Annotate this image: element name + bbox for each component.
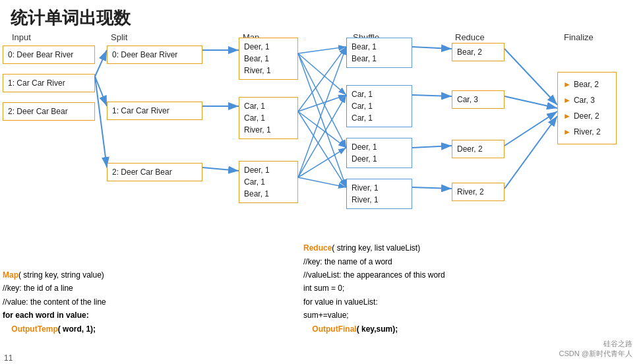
reduce-line4: for value in valueList: [303, 295, 607, 309]
map-line4: OutputTemp( word, 1); [3, 322, 319, 336]
svg-line-9 [298, 53, 346, 148]
diagram-area: Input Split Map Shuffle Reduce Finalize … [0, 32, 643, 336]
col-finalize: Finalize [564, 32, 594, 42]
reduce-box-1: Car, 3 [452, 90, 505, 109]
map-line2: //value: the content of the line [3, 295, 319, 309]
bottom-text-area: Map( string key, string value) //key: th… [3, 268, 319, 336]
svg-line-17 [298, 148, 346, 177]
reduce-box-3: River, 2 [452, 183, 505, 201]
svg-line-10 [298, 53, 346, 187]
col-reduce: Reduce [455, 32, 485, 42]
svg-line-25 [505, 111, 557, 146]
map-box-0: Deer, 1Bear, 1River, 1 [239, 38, 298, 80]
finalize-box: ► Bear, 2 ► Car, 3 ► Deer, 2 ► River, 2 [557, 72, 617, 144]
svg-line-3 [95, 76, 107, 167]
watermark: 硅谷之路 CSDN @新时代青年人 [559, 339, 632, 359]
svg-line-21 [412, 146, 452, 148]
reduce-line2: //valueList: the appearances of this wor… [303, 268, 607, 282]
svg-line-14 [298, 111, 346, 187]
shuffle-box-2: Deer, 1Deer, 1 [346, 138, 412, 168]
col-split: Split [111, 32, 127, 42]
svg-line-24 [505, 96, 557, 108]
svg-line-6 [202, 167, 239, 171]
reduce-line1: //key: the name of a word [303, 255, 607, 268]
map-func-signature: Map( string key, string value) [3, 268, 319, 282]
input-box-1: 1: Car Car River [3, 74, 95, 92]
svg-line-13 [298, 111, 346, 148]
svg-line-19 [412, 47, 452, 49]
reduce-line3: int sum = 0; [303, 282, 607, 295]
shuffle-box-3: River, 1River, 1 [346, 179, 412, 209]
col-input: Input [12, 32, 31, 42]
shuffle-box-1: Car, 1Car, 1Car, 1 [346, 85, 412, 127]
reduce-line5: sum+=value; [303, 309, 607, 322]
input-box-0: 0: Deer Bear River [3, 46, 95, 64]
split-box-0: 0: Deer Bear River [107, 46, 202, 64]
map-box-1: Car, 1Car, 1River, 1 [239, 97, 298, 139]
reduce-func-signature: Reduce( string key, list valueList) [303, 241, 607, 255]
svg-line-18 [298, 177, 346, 187]
reduce-box-2: Deer, 2 [452, 140, 505, 158]
svg-line-7 [298, 47, 346, 53]
svg-line-11 [298, 47, 346, 111]
map-line1: //key: the id of a line [3, 282, 319, 295]
svg-line-20 [412, 95, 452, 96]
map-box-2: Deer, 1Car, 1Bear, 1 [239, 161, 298, 203]
input-box-2: 2: Deer Car Bear [3, 102, 95, 121]
svg-line-8 [298, 53, 346, 95]
svg-line-1 [95, 50, 107, 76]
reduce-box-0: Bear, 2 [452, 43, 505, 61]
svg-line-15 [298, 47, 346, 177]
reduce-text-area: Reduce( string key, list valueList) //ke… [303, 241, 607, 336]
page-number: 11 [4, 353, 13, 363]
svg-line-2 [95, 76, 107, 106]
map-line3: for each word in value: [3, 309, 319, 322]
svg-line-26 [505, 116, 557, 189]
split-box-2: 2: Deer Car Bear [107, 163, 202, 181]
shuffle-box-0: Bear, 1Bear, 1 [346, 38, 412, 68]
svg-line-23 [505, 49, 557, 105]
svg-line-22 [412, 187, 452, 189]
title: 统计单词出现数 [0, 0, 643, 32]
svg-line-16 [298, 95, 346, 177]
svg-line-12 [298, 95, 346, 111]
reduce-line6: OutputFinal( key,sum); [303, 322, 607, 336]
split-box-1: 1: Car Car River [107, 102, 202, 120]
